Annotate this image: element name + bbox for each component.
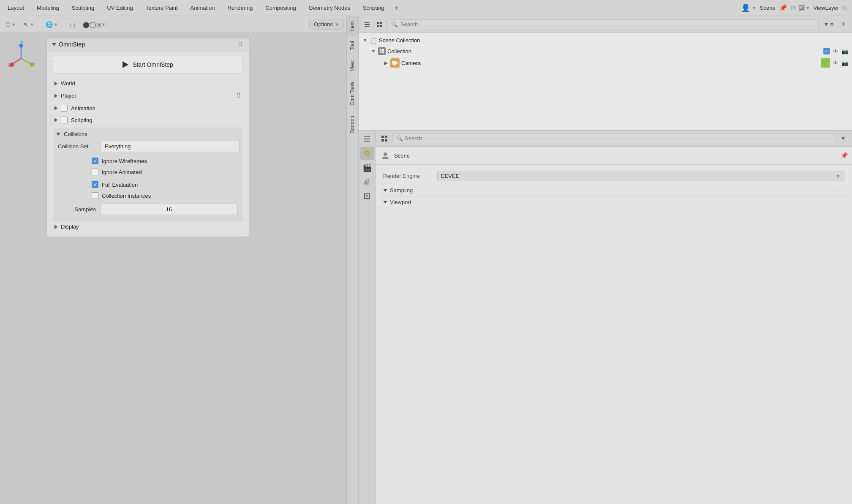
outliner-search-bar: 🔍 — [387, 19, 819, 29]
nav-tab-animation[interactable]: Animation — [185, 3, 221, 13]
sidebar-tab-omnitools[interactable]: OmniTools — [347, 76, 358, 111]
nav-tab-scripting[interactable]: Scripting — [357, 3, 390, 13]
outliner-menu-btn[interactable] — [362, 19, 372, 30]
properties-panel: ⚙ 🎬 🖨 🖼 — [359, 130, 852, 504]
collection-instances-row: Collection Instances — [90, 190, 240, 201]
camera-item[interactable]: ▶ Camera 👁 📷 — [359, 57, 852, 69]
prop-sidebar-active-btn[interactable]: ⚙ — [360, 147, 374, 160]
toolbar-overlay-btns[interactable]: ⬤ ◯ ◎ ▼ — [80, 20, 109, 29]
collection-visible-checkbox[interactable] — [823, 48, 830, 54]
render-engine-dropdown[interactable]: EEVEE ▼ — [437, 171, 844, 181]
svg-rect-19 — [382, 52, 384, 53]
toolbar-select-btn[interactable]: ⬡ ▼ — [3, 20, 19, 29]
svg-rect-26 — [385, 136, 387, 138]
camera-cam-btn[interactable]: 📷 — [841, 59, 849, 67]
prop-dropdown-btn[interactable]: ▼ — [838, 133, 849, 144]
viewport-section-header[interactable]: Viewport — [379, 196, 849, 208]
omnistep-dots[interactable]: ⠿ — [239, 41, 244, 48]
player-drag-handle[interactable]: ⠿ — [236, 92, 241, 100]
scene-pin-icon[interactable]: 📌 — [841, 152, 848, 159]
nav-tab-add[interactable]: + — [391, 3, 402, 14]
collisions-chevron — [56, 133, 60, 136]
full-evaluation-row: Full Evaluation — [90, 179, 240, 190]
svg-point-7 — [30, 63, 34, 67]
sidebar-tab-tool[interactable]: Tool — [347, 36, 358, 55]
camera-expand-btn[interactable]: ▶ — [383, 60, 389, 66]
outliner-display-btn[interactable] — [375, 19, 385, 30]
svg-rect-23 — [364, 139, 370, 139]
camera-indent-line — [379, 59, 379, 67]
prop-display-btn[interactable] — [379, 133, 390, 144]
collection-camera-btn[interactable]: 📷 — [841, 47, 849, 55]
sidebar-tabs: Item Tool View OmniTools Bootron — [346, 16, 358, 504]
camera-label: Camera — [401, 60, 817, 66]
collection-icon — [378, 47, 386, 55]
omnistep-panel-header[interactable]: OmniStep ⠿ — [47, 38, 249, 52]
svg-rect-22 — [364, 136, 370, 137]
outliner-search-input[interactable] — [400, 21, 815, 27]
copy-icon[interactable]: ⧉ — [791, 4, 795, 12]
scene-collection-item[interactable]: ▼ ⬚ Scene Collection — [359, 35, 852, 46]
nav-tab-layout[interactable]: Layout — [2, 3, 30, 13]
sidebar-tab-view[interactable]: View — [347, 55, 358, 76]
prop-sidebar-view-btn[interactable]: 🖼 — [360, 190, 374, 203]
top-nav-right: 👤 ▼ Scene 📌 ⧉ 🖼 ▼ ViewLayer ⧉ — [741, 3, 850, 13]
nav-tab-uv[interactable]: UV Editing — [101, 3, 139, 13]
ignore-wireframes-checkbox[interactable] — [92, 158, 98, 164]
prop-sidebar-render-btn[interactable]: 🎬 — [360, 161, 374, 174]
collisions-header[interactable]: Collisions — [56, 131, 240, 137]
render-engine-row: Render Engine EEVEE ▼ — [379, 168, 849, 184]
ignore-wireframes-label: Ignore Wireframes — [102, 158, 147, 164]
animation-checkbox[interactable] — [61, 105, 68, 112]
viewlayer-copy-icon[interactable]: ⧉ — [842, 4, 847, 12]
ignore-animated-checkbox[interactable] — [92, 169, 98, 175]
nav-tab-compositing[interactable]: Compositing — [259, 3, 302, 13]
properties-search-input[interactable] — [405, 135, 831, 142]
outliner-add-btn[interactable]: + — [838, 19, 849, 30]
scripting-section[interactable]: Scripting — [53, 114, 243, 126]
svg-rect-24 — [364, 141, 370, 142]
world-section[interactable]: World — [53, 78, 243, 89]
samples-label: Samples — [58, 206, 96, 212]
outliner-filter-btn[interactable]: ▼ ≡ — [821, 20, 836, 29]
prop-sidebar-output-btn[interactable]: 🖨 — [360, 175, 374, 189]
start-omnistep-button[interactable]: Start OmniStep — [53, 56, 243, 74]
collection-item[interactable]: ▼ Collection 👁 📷 — [359, 46, 852, 57]
scene-collection-chevron[interactable]: ▼ — [362, 37, 368, 43]
toolbar-origin-btn[interactable]: ⬚ — [67, 20, 78, 29]
animation-section[interactable]: Animation — [53, 102, 243, 114]
player-section[interactable]: Player ⠿ — [53, 89, 243, 102]
view-layer-icon[interactable]: 🖼 ▼ — [799, 5, 810, 11]
toolbar-view-btn[interactable]: 🌐 ▼ — [43, 20, 61, 29]
nav-tab-geometry-nodes[interactable]: Geometry Nodes — [303, 3, 356, 13]
world-chevron — [54, 82, 57, 86]
properties-search-bar: 🔍 — [392, 133, 835, 143]
sampling-section-header[interactable]: Sampling ⋯ — [379, 184, 849, 196]
display-section[interactable]: Display — [53, 221, 243, 232]
camera-green-indicator — [821, 58, 830, 68]
options-button[interactable]: Options ▼ — [309, 19, 344, 30]
prop-sidebar-menu-btn[interactable] — [360, 132, 374, 146]
nav-tab-sculpting[interactable]: Sculpting — [66, 3, 100, 13]
scripting-checkbox[interactable] — [61, 117, 68, 123]
svg-rect-13 — [380, 22, 382, 24]
collection-instances-checkbox[interactable] — [92, 192, 98, 199]
svg-rect-25 — [381, 136, 384, 138]
sidebar-tab-bootron[interactable]: Bootron — [347, 111, 358, 139]
collection-eye-btn[interactable]: 👁 — [832, 47, 839, 55]
collection-chevron[interactable]: ▼ — [370, 48, 376, 54]
samples-input[interactable] — [100, 204, 238, 215]
ignore-animated-row: Ignore Animated — [90, 166, 240, 177]
toolbar-cursor-btn[interactable]: ↖ ▼ — [21, 20, 37, 29]
nav-tab-texture[interactable]: Texture Paint — [140, 3, 184, 13]
camera-eye-btn[interactable]: 👁 — [832, 59, 839, 67]
nav-tab-modeling[interactable]: Modeling — [31, 3, 65, 13]
sidebar-tab-item[interactable]: Item — [347, 16, 358, 36]
collision-set-select[interactable]: Everything Selected None — [100, 141, 240, 152]
pin-icon[interactable]: 📌 — [779, 4, 787, 12]
sampling-dots[interactable]: ⋯ — [838, 187, 844, 193]
scene-user-icon[interactable]: 👤 ▼ — [741, 3, 757, 13]
full-evaluation-checkbox[interactable] — [92, 181, 98, 188]
properties-top-bar: 🔍 ▼ — [376, 131, 852, 147]
nav-tab-rendering[interactable]: Rendering — [221, 3, 259, 13]
